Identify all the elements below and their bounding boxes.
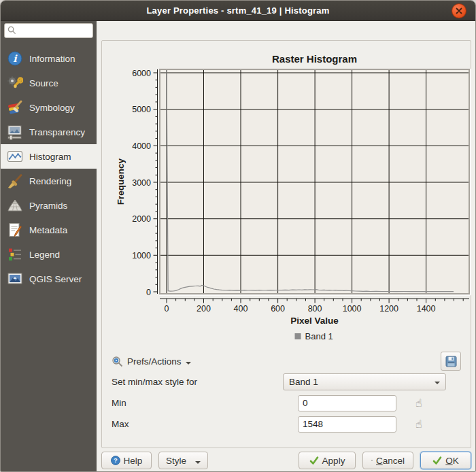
prefs-actions-icon: [112, 356, 123, 367]
cancel-label: Cancel: [376, 456, 405, 466]
svg-text:2000: 2000: [132, 214, 151, 224]
help-icon: ?: [111, 456, 120, 465]
sidebar-item-label: Pyramids: [29, 201, 67, 211]
svg-text:3000: 3000: [132, 178, 151, 188]
histogram-icon: [7, 148, 23, 165]
svg-text:600: 600: [271, 304, 285, 314]
svg-text:5000: 5000: [132, 105, 151, 114]
sidebar-item-label: Histogram: [29, 152, 71, 162]
max-label: Max: [112, 419, 283, 429]
dialog-footer: ? Help Style Apply: [97, 448, 476, 472]
close-icon: [456, 7, 462, 14]
prefs-actions-label: Prefs/Actions: [127, 356, 182, 367]
svg-text:Raster Histogram: Raster Histogram: [272, 53, 357, 65]
apply-button[interactable]: Apply: [299, 452, 356, 469]
apply-label: Apply: [322, 456, 345, 466]
prefs-actions-button[interactable]: Prefs/Actions: [112, 356, 191, 367]
band-select-value: Band 1: [289, 377, 318, 387]
sidebar-item-label: QGIS Server: [29, 274, 82, 284]
qgis-server-icon: [7, 271, 23, 287]
sidebar-item-source[interactable]: Source: [1, 71, 97, 95]
min-input[interactable]: [298, 395, 396, 411]
rendering-icon: [7, 173, 23, 189]
ok-button[interactable]: OK: [420, 452, 471, 469]
chevron-down-icon: [435, 382, 440, 384]
layer-properties-dialog: Layer Properties - srtm_41_19 | Histogra…: [0, 0, 476, 472]
sidebar-search: [4, 23, 93, 38]
svg-text:Band 1: Band 1: [305, 331, 333, 341]
sidebar-nav: i Information Source: [1, 46, 97, 291]
sidebar-item-transparency[interactable]: Transparency: [1, 120, 97, 144]
sidebar-item-pyramids[interactable]: Pyramids: [1, 193, 97, 218]
svg-text:6000: 6000: [132, 69, 151, 78]
sidebar-item-label: Source: [29, 78, 58, 88]
svg-text:1000: 1000: [343, 304, 362, 314]
min-label: Min: [112, 398, 283, 408]
sidebar-item-information[interactable]: i Information: [1, 46, 97, 71]
set-minmax-label: Set min/max style for: [112, 377, 283, 387]
histogram-controls: Prefs/Actions: [102, 345, 471, 435]
save-histogram-button[interactable]: [441, 352, 461, 371]
svg-text:400: 400: [234, 304, 248, 314]
pick-max-hand-icon[interactable]: ☝: [415, 419, 422, 430]
chevron-down-icon: [195, 461, 201, 464]
main-content: 0100020003000400050006000020040060080010…: [97, 21, 476, 472]
sidebar-item-label: Transparency: [29, 127, 85, 137]
pyramids-icon: [7, 197, 23, 214]
titlebar[interactable]: Layer Properties - srtm_41_19 | Histogra…: [1, 1, 475, 21]
sidebar-item-label: Rendering: [29, 176, 71, 186]
search-input[interactable]: [4, 23, 93, 38]
x-icon: [371, 456, 373, 465]
sidebar-item-legend[interactable]: Legend: [1, 242, 97, 267]
svg-text:800: 800: [308, 304, 322, 314]
sidebar-item-rendering[interactable]: Rendering: [1, 169, 97, 193]
svg-text:0: 0: [165, 304, 169, 314]
ok-label: OK: [445, 456, 459, 466]
set-minmax-row: Set min/max style for Band 1: [112, 371, 461, 392]
transparency-icon: [7, 124, 23, 140]
save-icon: [445, 356, 457, 367]
sidebar-item-qgis-server[interactable]: QGIS Server: [1, 267, 97, 291]
style-button[interactable]: Style: [158, 452, 208, 469]
help-button[interactable]: ? Help: [101, 452, 152, 469]
search-icon: [7, 26, 16, 35]
sidebar-item-symbology[interactable]: Symbology: [1, 95, 97, 120]
svg-text:0: 0: [146, 288, 151, 297]
svg-text:?: ?: [114, 456, 118, 464]
cancel-button[interactable]: Cancel: [362, 452, 413, 469]
sidebar-item-label: Legend: [29, 250, 60, 260]
check-icon: [309, 456, 319, 465]
window-title: Layer Properties - srtm_41_19 | Histogra…: [146, 5, 329, 16]
sidebar-item-label: Metadata: [29, 225, 67, 235]
help-label: Help: [124, 456, 143, 466]
close-button[interactable]: [452, 3, 466, 18]
max-row: Max ☝: [112, 414, 461, 435]
min-row: Min ☝: [112, 392, 461, 414]
metadata-icon: [7, 222, 23, 238]
legend-icon: [7, 246, 23, 263]
raster-histogram-chart[interactable]: 0100020003000400050006000020040060080010…: [102, 41, 472, 345]
sidebar-item-label: Information: [29, 54, 75, 64]
style-label: Style: [166, 456, 186, 466]
band-select[interactable]: Band 1: [283, 373, 446, 390]
svg-text:4000: 4000: [132, 141, 151, 151]
pick-min-hand-icon[interactable]: ☝: [415, 398, 422, 409]
svg-text:1400: 1400: [417, 304, 436, 314]
sidebar-item-histogram[interactable]: Histogram: [1, 144, 97, 169]
chevron-down-icon: [186, 362, 191, 365]
symbology-icon: [7, 99, 23, 116]
source-icon: [7, 75, 23, 91]
svg-text:1000: 1000: [132, 251, 151, 260]
max-input[interactable]: [298, 416, 396, 433]
information-icon: i: [7, 50, 23, 67]
histogram-panel: 0100020003000400050006000020040060080010…: [101, 40, 471, 448]
svg-text:Pixel Value: Pixel Value: [290, 316, 339, 326]
sidebar-item-metadata[interactable]: Metadata: [1, 218, 97, 242]
svg-text:200: 200: [197, 304, 211, 314]
sidebar-item-label: Symbology: [29, 103, 75, 113]
svg-text:Frequency: Frequency: [116, 158, 126, 205]
svg-text:1200: 1200: [379, 304, 398, 314]
check-icon: [432, 456, 442, 465]
sidebar: i Information Source: [1, 21, 97, 472]
